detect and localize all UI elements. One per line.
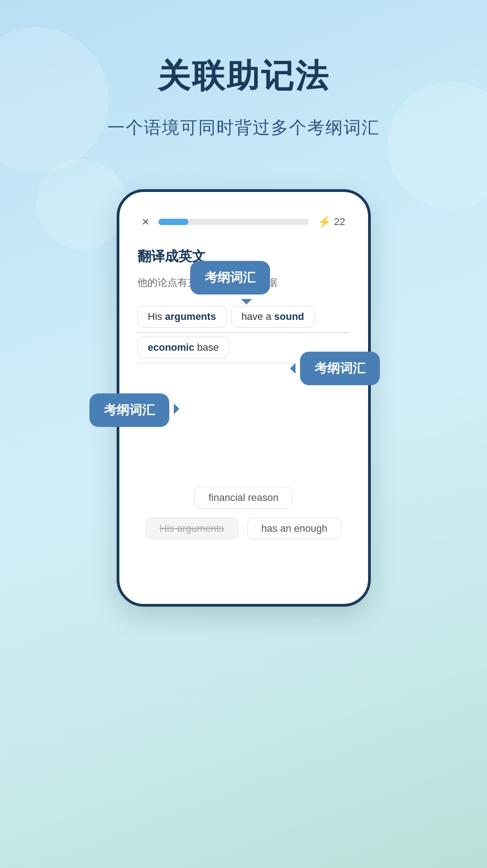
option-has-an-enough[interactable]: has an enough: [247, 518, 342, 539]
progress-bar-container: [158, 219, 309, 225]
answer-chip-his-arguments: His arguments: [138, 306, 226, 328]
phone-topbar: × ⚡ 22: [138, 215, 350, 229]
tooltip-bubble-2: 考纲词汇: [300, 352, 380, 385]
tooltip-bubble-3: 考纲词汇: [89, 393, 169, 427]
text-sound: sound: [274, 311, 304, 322]
option-his-arguments-wrong[interactable]: His arguments: [146, 518, 238, 539]
phone-wrapper: 考纲词汇 考纲词汇 考纲词汇 × ⚡ 22 翻译成英文: [117, 189, 371, 607]
text-arguments: arguments: [165, 311, 216, 322]
lightning-icon: ⚡: [318, 216, 331, 228]
tooltip-bubble-1: 考纲词汇: [190, 261, 270, 294]
option-financial-reason[interactable]: financial reason: [194, 487, 292, 509]
subtitle: 一个语境可同时背过多个考纲词汇: [108, 116, 380, 139]
bottom-row: His arguments has an enough: [146, 518, 341, 539]
divider-1: [138, 332, 350, 333]
answer-chip-economic-base: economic base: [138, 337, 230, 358]
score-area: ⚡ 22: [318, 216, 345, 228]
score-value: 22: [334, 216, 345, 228]
main-title: 关联助记法: [157, 54, 330, 98]
text-have-a: have a: [241, 311, 274, 322]
text-his: His: [148, 311, 165, 322]
answer-chip-have-sound: have a sound: [231, 306, 315, 328]
close-button[interactable]: ×: [142, 215, 149, 229]
empty-area: financial reason His arguments has an en…: [138, 367, 350, 558]
text-base: base: [194, 342, 219, 353]
text-economic: economic: [148, 342, 195, 353]
answer-line-1: His arguments have a sound: [138, 306, 350, 328]
page-content: 关联助记法 一个语境可同时背过多个考纲词汇 考纲词汇 考纲词汇 考纲词汇 × ⚡…: [0, 0, 487, 607]
progress-bar-fill: [158, 219, 188, 225]
